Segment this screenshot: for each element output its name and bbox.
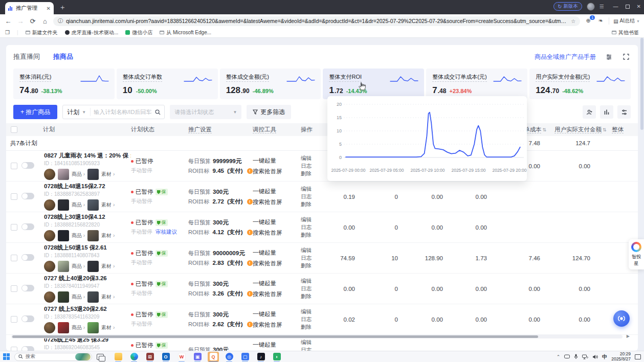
- material-thumbnail[interactable]: [87, 291, 99, 303]
- edit-link[interactable]: 编辑: [301, 338, 326, 346]
- ai-summary-button[interactable]: ▤ AI总结 ▼: [609, 17, 640, 25]
- material-link[interactable]: 素材 ›: [101, 293, 115, 301]
- touchpad-icon[interactable]: [564, 354, 570, 359]
- app-wps[interactable]: W: [176, 352, 187, 362]
- roi-target-value[interactable]: 2.62: [213, 321, 224, 327]
- row-checkbox[interactable]: [11, 193, 17, 200]
- app-store-red[interactable]: ⊞: [144, 352, 156, 362]
- quick-boost-link[interactable]: 一键起量: [253, 188, 301, 195]
- material-thumbnail[interactable]: [87, 322, 99, 333]
- warning-info-icon[interactable]: !: [247, 199, 253, 205]
- delete-link[interactable]: 删除: [301, 323, 326, 331]
- volume-icon[interactable]: [592, 354, 598, 359]
- warning-info-icon[interactable]: !: [247, 322, 253, 327]
- tab-live-room[interactable]: 推直播间: [13, 52, 40, 61]
- app-blue-square[interactable]: ▢: [239, 352, 251, 362]
- quick-boost-link[interactable]: 一键起量: [253, 218, 301, 226]
- material-link[interactable]: 素材 ›: [101, 263, 115, 270]
- material-thumbnail[interactable]: [87, 230, 99, 241]
- vscroll-thumb[interactable]: [640, 38, 643, 130]
- url-field[interactable]: ⓘ qianchuan.jinritemai.com/uni-prom?aavi…: [53, 16, 580, 26]
- quick-boost-link[interactable]: 一键起量: [253, 157, 301, 165]
- product-thumbnail[interactable]: [58, 199, 69, 211]
- material-thumbnail[interactable]: [87, 199, 99, 211]
- log-link[interactable]: 日志: [301, 193, 326, 200]
- delete-link[interactable]: 删除: [301, 200, 326, 208]
- log-link[interactable]: 日志: [301, 254, 326, 262]
- delete-link[interactable]: 删除: [301, 262, 326, 269]
- row-enable-toggle[interactable]: [21, 193, 34, 199]
- roi-target-value[interactable]: 9.45: [213, 168, 224, 174]
- taskbar-search[interactable]: 搜索: [14, 353, 92, 361]
- product-link[interactable]: 商品 ›: [72, 293, 85, 301]
- search-screen-link[interactable]: 搜索抢首屏: [253, 321, 301, 329]
- side-panel-icon[interactable]: ❐: [5, 30, 10, 35]
- daily-budget-value[interactable]: 90000009元: [213, 250, 245, 257]
- stat-card-cost-per-order[interactable]: 整体成交订单成本(元) 7.48+23.84%: [426, 69, 527, 99]
- tray-expand-icon[interactable]: ⌃: [557, 354, 561, 359]
- minimize-button[interactable]: —: [613, 4, 618, 9]
- plan-title[interactable]: 0827 儿童雨衣 14% 退：20% 保：9.92: [44, 152, 131, 160]
- daily-budget-value[interactable]: 300元: [213, 280, 229, 288]
- browser-menu-icon[interactable]: ☰: [599, 4, 605, 9]
- material-link[interactable]: 素材 ›: [101, 201, 115, 209]
- stat-card-roi[interactable]: 整体支付ROI 1.72-14.43%: [323, 69, 424, 99]
- search-screen-link[interactable]: 搜索抢首屏: [253, 229, 301, 237]
- row-enable-toggle[interactable]: [21, 315, 34, 322]
- product-thumbnail[interactable]: [58, 261, 69, 272]
- daily-budget-value[interactable]: 300元: [213, 188, 229, 196]
- forward-icon[interactable]: →: [16, 17, 25, 25]
- bookmark-item[interactable]: 新建文件夹: [26, 29, 58, 36]
- hscroll-right-arrow[interactable]: ▶: [627, 334, 630, 338]
- log-link[interactable]: 日志: [301, 315, 326, 323]
- warning-info-icon[interactable]: !: [247, 230, 253, 235]
- vertical-scrollbar[interactable]: [640, 38, 644, 351]
- promote-product-button[interactable]: + 推广商品: [13, 105, 57, 119]
- app-file-explorer[interactable]: [113, 352, 124, 362]
- microphone-icon[interactable]: [574, 354, 578, 359]
- product-thumbnail[interactable]: [58, 291, 69, 303]
- bookmark-item[interactable]: 从 Microsoft Edge...: [160, 29, 211, 36]
- tab-close-icon[interactable]: ✕: [47, 6, 51, 11]
- plan-title[interactable]: 0728线上48退15保2.72: [44, 183, 131, 190]
- search-screen-link[interactable]: 搜索抢首屏: [253, 260, 301, 267]
- edit-link[interactable]: 编辑: [301, 277, 326, 285]
- manual-link[interactable]: 商品全域推广产品手册: [535, 53, 596, 61]
- delete-link[interactable]: 删除: [301, 170, 326, 177]
- sort-icon[interactable]: ⇅: [542, 127, 546, 132]
- plan-title[interactable]: 0728线上30退10保4.12: [44, 213, 131, 221]
- plan-title[interactable]: 0727 线上53退20保2.62: [44, 305, 131, 313]
- layout-settings-icon[interactable]: [604, 52, 613, 61]
- app-douyin[interactable]: ♪: [255, 352, 267, 362]
- stat-card-consumption[interactable]: 整体消耗(元) 74.80-38.13%: [13, 69, 115, 99]
- daily-budget-value[interactable]: 300元: [213, 219, 229, 227]
- row-enable-toggle[interactable]: [21, 346, 34, 351]
- stat-card-user-paid[interactable]: 用户实际支付金额(元) 124.70-48.62%: [529, 69, 631, 99]
- app-outlook[interactable]: O: [160, 352, 171, 362]
- other-bookmarks[interactable]: 其他书签: [612, 29, 639, 36]
- app-edge[interactable]: [128, 352, 140, 362]
- log-link[interactable]: 日志: [301, 346, 326, 351]
- search-type-select[interactable]: 计划▼: [63, 108, 91, 116]
- back-icon[interactable]: ←: [4, 17, 12, 25]
- review-suggestion-link[interactable]: 审核建议: [156, 229, 177, 236]
- log-link[interactable]: 日志: [301, 162, 326, 170]
- select-all-checkbox[interactable]: [11, 126, 17, 133]
- app-purple[interactable]: ▣: [192, 352, 203, 362]
- search-input[interactable]: [91, 109, 155, 115]
- network-icon[interactable]: [582, 354, 588, 359]
- row-checkbox[interactable]: [11, 224, 17, 231]
- log-link[interactable]: 日志: [301, 285, 326, 292]
- row-enable-toggle[interactable]: [21, 254, 34, 261]
- reload-icon[interactable]: ⟳: [29, 17, 37, 25]
- row-enable-toggle[interactable]: [21, 162, 34, 169]
- notification-center-icon[interactable]: [635, 354, 641, 359]
- warning-info-icon[interactable]: !: [247, 260, 253, 266]
- quick-boost-link[interactable]: 一键起量: [253, 310, 301, 318]
- product-link[interactable]: 商品 ›: [72, 201, 85, 209]
- delete-link[interactable]: 删除: [301, 292, 326, 300]
- search-screen-link[interactable]: 搜索抢首屏: [253, 168, 301, 175]
- product-link[interactable]: 商品 ›: [72, 171, 85, 178]
- browser-profile-avatar[interactable]: [587, 3, 595, 11]
- edit-link[interactable]: 编辑: [301, 308, 326, 315]
